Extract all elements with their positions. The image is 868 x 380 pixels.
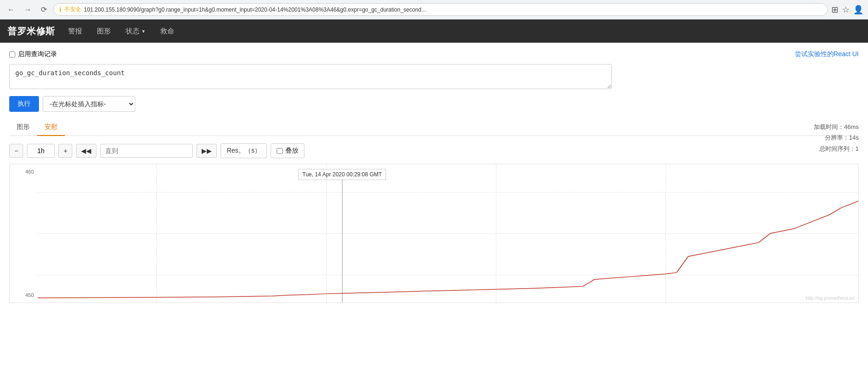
resolution-label: 分辨率：14s [814, 132, 859, 143]
chart-svg [38, 164, 858, 303]
data-line [38, 201, 858, 298]
translate-icon[interactable]: ⊞ [831, 5, 838, 15]
query-record-text: 启用查询记录 [18, 50, 57, 58]
tab-console-label: 安慰 [44, 123, 57, 130]
nav-graph-label: 图形 [97, 27, 111, 36]
query-input-wrapper: go_gc_duration_seconds_count [9, 64, 859, 90]
tab-graph-label: 图形 [17, 123, 30, 130]
y-label-460: 460 [13, 169, 34, 174]
nav-item-status[interactable]: 状态 ▼ [124, 24, 148, 39]
tabs-row: 图形 安慰 [9, 119, 859, 136]
bookmark-icon[interactable]: ☆ [842, 5, 849, 15]
execute-button[interactable]: 执行 [9, 96, 39, 112]
refresh-button[interactable]: ⟳ [38, 4, 50, 15]
browser-bar: ← → ⟳ ℹ 不安全 101.200.155.180:9090/graph?g… [0, 0, 868, 19]
nav-item-alerts[interactable]: 警报 [66, 24, 84, 39]
nav-item-help[interactable]: 救命 [158, 24, 176, 39]
browser-actions: ⊞ ☆ 👤 [831, 5, 863, 15]
chart-watermark: http://og.prometheus.io/ [806, 296, 855, 301]
query-record-checkbox[interactable] [9, 52, 15, 58]
address-bar[interactable]: ℹ 不安全 101.200.155.180:9090/graph?g0.rang… [53, 3, 828, 16]
tab-graph[interactable]: 图形 [9, 119, 37, 136]
query-record-label[interactable]: 启用查询记录 [9, 50, 57, 58]
app-brand[interactable]: 普罗米修斯 [7, 25, 55, 38]
chart-plot [38, 164, 858, 303]
graph-controls: − + ◀◀ ▶▶ Res。（s） 叠放 [9, 143, 859, 158]
time-increase-button[interactable]: + [58, 144, 72, 158]
forward-button[interactable]: → [21, 5, 34, 15]
total-series-label: 总时间序列：1 [814, 143, 859, 154]
info-panel: 加载时间：46ms 分辨率：14s 总时间序列：1 [814, 122, 859, 154]
react-ui-link[interactable]: 尝试实验性的React UI [795, 50, 859, 58]
y-axis: 460 450 [10, 164, 38, 303]
load-time-label: 加载时间：46ms [814, 122, 859, 132]
tab-console[interactable]: 安慰 [37, 119, 65, 136]
status-dropdown-arrow: ▼ [141, 29, 146, 34]
nav-item-graph[interactable]: 图形 [95, 24, 113, 39]
query-record-left: 启用查询记录 [9, 50, 57, 58]
time-back-button[interactable]: ◀◀ [76, 144, 96, 158]
stack-label: 叠放 [285, 147, 298, 155]
main-content: 启用查询记录 尝试实验性的React UI go_gc_duration_sec… [0, 43, 868, 310]
action-row: 执行 -在光标处插入指标- [9, 96, 859, 112]
nav-status-label: 状态 [126, 27, 139, 36]
y-label-450: 450 [13, 292, 34, 298]
stack-checkbox[interactable] [277, 148, 283, 154]
metric-insert-select[interactable]: -在光标处插入指标- [43, 96, 135, 112]
query-record-bar: 启用查询记录 尝试实验性的React UI [9, 50, 859, 58]
time-decrease-button[interactable]: − [9, 144, 23, 158]
back-button[interactable]: ← [5, 5, 18, 15]
security-label: 不安全 [64, 6, 81, 13]
security-icon: ℹ [59, 6, 62, 13]
time-range-input[interactable] [27, 144, 55, 158]
query-input[interactable]: go_gc_duration_seconds_count [9, 64, 612, 89]
url-text: 101.200.155.180:9090/graph?g0.range_inpu… [84, 6, 426, 13]
nav-alerts-label: 警报 [68, 27, 82, 36]
nav-help-label: 救命 [160, 27, 174, 36]
profile-icon[interactable]: 👤 [853, 5, 863, 15]
resolution-button[interactable]: Res。（s） [221, 143, 267, 158]
time-forward-button[interactable]: ▶▶ [196, 144, 217, 158]
end-time-input[interactable] [100, 144, 193, 158]
stack-button[interactable]: 叠放 [271, 143, 304, 158]
app-navbar: 普罗米修斯 警报 图形 状态 ▼ 救命 [0, 19, 868, 43]
chart-container: 460 450 Tue, 14 Apr 2020 00:29:08 GMT ht… [9, 164, 859, 303]
